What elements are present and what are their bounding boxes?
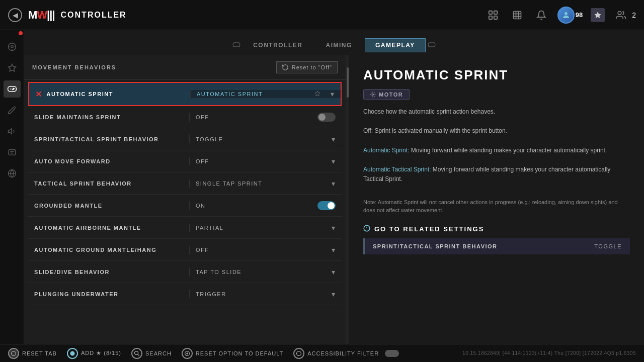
reset-default-action[interactable]: RESET OPTION TO DEFAULT	[182, 348, 283, 359]
svg-point-22	[12, 89, 13, 90]
svg-line-40	[138, 354, 139, 355]
info-panel: AUTOMATIC SPRINT MOTOR Choose how the au…	[349, 55, 644, 362]
reset-default-icon[interactable]	[182, 348, 193, 359]
svg-point-10	[618, 11, 621, 15]
system-info: 10.15.1862849| [44:114:1123(+11:4) Thu […	[462, 350, 636, 356]
sidebar-pen-icon[interactable]	[4, 102, 21, 119]
tab-gameplay[interactable]: GAMEPLAY	[365, 38, 426, 52]
chevron-down-icon: ▾	[331, 90, 335, 98]
game-logo: MW|||	[28, 9, 55, 22]
bell-icon[interactable]	[533, 7, 549, 23]
setting-tactical-sprint-behavior[interactable]: TACTICAL SPRINT BEHAVIOR SINGLE TAP SPRI…	[28, 172, 342, 195]
avatar	[557, 7, 575, 24]
info-title: AUTOMATIC SPRINT	[363, 67, 630, 83]
auto-tactical-label: Automatic Tactical Sprint:	[363, 166, 431, 173]
svg-point-12	[11, 46, 13, 48]
people-icon[interactable]	[613, 7, 629, 23]
svg-rect-0	[489, 11, 492, 14]
add-favorite-action[interactable]: ADD ★ (8/15)	[67, 348, 121, 359]
social-info: 2	[613, 7, 636, 23]
related-setting-value: TOGGLE	[594, 243, 622, 249]
player-level: 98	[576, 11, 583, 19]
svg-point-39	[135, 351, 138, 354]
settings-icon[interactable]	[485, 7, 501, 23]
svg-rect-25	[9, 150, 16, 155]
svg-marker-32	[315, 91, 320, 96]
svg-rect-1	[494, 11, 497, 14]
search-action[interactable]: SEARCH	[131, 348, 172, 359]
tab-aiming[interactable]: AIMING	[315, 38, 363, 52]
svg-marker-17	[8, 64, 16, 71]
svg-point-33	[372, 94, 374, 96]
info-note: Note: Automatic Sprint will not cancel o…	[363, 198, 630, 215]
player-info: 98	[557, 7, 583, 24]
svg-rect-4	[513, 11, 521, 19]
bracket-right	[428, 41, 436, 50]
setting-auto-move-forward[interactable]: AUTO MOVE FORWARD OFF ▾	[28, 150, 342, 172]
rank-icon	[591, 8, 605, 22]
chevron-down-icon: ▾	[332, 246, 336, 254]
reset-tab-action[interactable]: RESET TAB	[8, 348, 57, 359]
add-favorite-icon[interactable]	[67, 348, 78, 359]
setting-sprint-tactical[interactable]: SPRINT/TACTICAL SPRINT BEHAVIOR TOGGLE ▾	[28, 128, 342, 150]
sidebar-home-icon[interactable]	[4, 38, 21, 55]
sidebar-volume-icon[interactable]	[4, 123, 21, 140]
chevron-down-icon: ▾	[332, 157, 336, 165]
scroll-thumb[interactable]	[347, 67, 349, 98]
page-title: CONTROLLER	[61, 11, 127, 20]
setting-automatic-ground-mantle[interactable]: AUTOMATIC GROUND MANTLE/HANG OFF ▾	[28, 239, 342, 261]
sidebar-star-icon[interactable]	[4, 59, 21, 76]
back-button[interactable]: ◀	[8, 8, 22, 22]
setting-plunging-underwater[interactable]: PLUNGING UNDERWATER TRIGGER ▾	[28, 283, 342, 305]
chevron-down-icon: ▾	[332, 224, 336, 232]
tab-bar: CONTROLLER AIMING GAMEPLAY	[24, 30, 644, 55]
panel-header: MOVEMENT BEHAVIORS Reset to "Off"	[24, 55, 346, 80]
svg-point-38	[70, 351, 74, 355]
setting-placeholder[interactable]	[28, 305, 342, 327]
bracket-left	[232, 41, 240, 50]
slide-sprint-toggle[interactable]	[317, 113, 336, 122]
svg-rect-31	[428, 43, 435, 47]
sidebar-controller-icon[interactable]	[4, 80, 21, 98]
chevron-down-icon: ▾	[332, 290, 336, 298]
accessibility-toggle[interactable]	[385, 350, 399, 357]
sidebar-list-icon[interactable]	[4, 144, 21, 161]
auto-sprint-text: Moving forward while standing makes your…	[411, 147, 607, 154]
settings-panel: MOVEMENT BEHAVIORS Reset to "Off" ✕ AUTO…	[24, 55, 346, 362]
related-settings: GO TO RELATED SETTINGS SPRINT/TACTICAL S…	[363, 225, 630, 254]
svg-point-9	[565, 12, 568, 15]
svg-point-42	[297, 351, 301, 355]
related-setting-row[interactable]: SPRINT/TACTICAL SPRINT BEHAVIOR TOGGLE	[363, 238, 630, 254]
svg-rect-2	[489, 16, 492, 19]
sidebar-globe-icon[interactable]	[4, 165, 21, 182]
reset-to-off-button[interactable]: Reset to "Off"	[276, 61, 338, 73]
svg-rect-3	[494, 16, 497, 19]
svg-line-23	[14, 107, 16, 108]
grounded-mantle-toggle[interactable]	[317, 201, 336, 210]
player-count: 2	[632, 11, 636, 19]
svg-rect-18	[8, 86, 16, 92]
auto-sprint-label: Automatic Sprint:	[363, 147, 409, 154]
setting-automatic-airborne-mantle[interactable]: AUTOMATIC AIRBORNE MANTLE PARTIAL ▾	[28, 217, 342, 239]
related-icon	[363, 225, 370, 233]
left-sidebar	[0, 30, 24, 362]
accessibility-action[interactable]: ACCESSIBILITY FILTER	[293, 348, 399, 359]
tab-controller[interactable]: CONTROLLER	[243, 38, 313, 52]
content-row: MOVEMENT BEHAVIORS Reset to "Off" ✕ AUTO…	[24, 55, 644, 362]
reset-tab-icon[interactable]	[8, 348, 19, 359]
setting-slide-maintains-sprint[interactable]: SLIDE MAINTAINS SPRINT OFF	[28, 106, 342, 128]
related-setting-name: SPRINT/TACTICAL SPRINT BEHAVIOR	[373, 243, 594, 249]
accessibility-icon[interactable]	[293, 348, 304, 359]
motor-badge: MOTOR	[363, 89, 410, 100]
top-bar-left: ◀ MW||| CONTROLLER	[8, 8, 485, 22]
top-bar: ◀ MW||| CONTROLLER	[0, 0, 644, 30]
section-title: MOVEMENT BEHAVIORS	[32, 64, 116, 70]
svg-point-37	[12, 351, 16, 355]
search-icon[interactable]	[131, 348, 142, 359]
setting-slide-dive[interactable]: SLIDE/DIVE BEHAVIOR TAP TO SLIDE ▾	[28, 261, 342, 283]
star-icon-automatic-sprint	[314, 89, 320, 99]
setting-grounded-mantle[interactable]: GROUNDED MANTLE ON	[28, 195, 342, 217]
chevron-down-icon: ▾	[332, 268, 336, 276]
grid-icon[interactable]	[509, 7, 525, 23]
setting-automatic-sprint[interactable]: ✕ AUTOMATIC SPRINT AUTOMATIC SPRINT ▾	[28, 82, 342, 106]
